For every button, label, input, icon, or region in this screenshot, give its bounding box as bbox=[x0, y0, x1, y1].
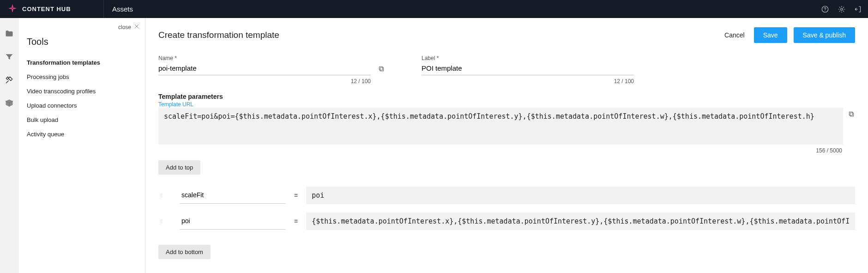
name-input[interactable] bbox=[158, 62, 371, 75]
logout-icon[interactable] bbox=[854, 5, 862, 13]
sidebar-item-upload-connectors[interactable]: Upload connectors bbox=[27, 98, 137, 113]
param-value-input-1[interactable] bbox=[306, 212, 855, 230]
name-field: Name * 12 / 100 bbox=[158, 55, 408, 85]
main-header: Create transformation template Cancel Sa… bbox=[158, 27, 855, 43]
close-panel-label: close bbox=[118, 24, 131, 30]
template-url-char-count: 156 / 5000 bbox=[158, 147, 855, 154]
param-key-input-1[interactable] bbox=[180, 213, 286, 230]
template-url-row bbox=[158, 108, 855, 145]
svg-rect-7 bbox=[380, 67, 383, 71]
copy-url-icon[interactable] bbox=[848, 110, 855, 119]
svg-marker-1 bbox=[12, 7, 17, 9]
svg-point-11 bbox=[160, 194, 161, 194]
svg-point-20 bbox=[162, 220, 162, 220]
main-content: Create transformation template Cancel Sa… bbox=[145, 18, 868, 273]
logo-icon bbox=[7, 3, 18, 15]
side-panel-title: Tools bbox=[27, 36, 137, 47]
drag-handle-icon[interactable] bbox=[158, 218, 165, 225]
svg-point-14 bbox=[162, 194, 162, 194]
drag-handle-icon[interactable] bbox=[158, 192, 165, 199]
svg-rect-8 bbox=[379, 67, 382, 70]
breadcrumb[interactable]: Assets bbox=[104, 0, 133, 18]
copy-name-icon[interactable] bbox=[378, 65, 385, 74]
svg-point-15 bbox=[162, 195, 162, 195]
filter-icon[interactable] bbox=[5, 52, 14, 61]
param-key-input-0[interactable] bbox=[180, 188, 286, 204]
svg-point-12 bbox=[160, 195, 161, 195]
svg-point-5 bbox=[825, 11, 825, 11]
label-char-count: 12 / 100 bbox=[422, 78, 634, 85]
page-title: Create transformation template bbox=[158, 30, 279, 40]
name-label-row: Name * 12 / 100 Label * 12 / 100 bbox=[158, 55, 855, 85]
label-input[interactable] bbox=[422, 62, 634, 75]
icon-rail bbox=[0, 18, 18, 273]
cancel-button[interactable]: Cancel bbox=[722, 28, 747, 42]
folder-icon[interactable] bbox=[5, 29, 14, 38]
label-field-label: Label * bbox=[422, 55, 671, 61]
topbar: CONTENT HUB Assets bbox=[0, 0, 868, 18]
name-char-count: 12 / 100 bbox=[158, 78, 371, 85]
svg-rect-9 bbox=[850, 113, 853, 116]
param-value-input-0[interactable] bbox=[306, 187, 855, 204]
svg-point-19 bbox=[160, 222, 161, 223]
svg-point-18 bbox=[160, 221, 161, 221]
sidebar-item-video-transcoding[interactable]: Video transcoding profiles bbox=[27, 84, 137, 98]
logo-text: CONTENT HUB bbox=[22, 6, 71, 12]
svg-point-13 bbox=[160, 196, 161, 197]
logo[interactable]: CONTENT HUB bbox=[0, 0, 104, 18]
svg-marker-2 bbox=[12, 8, 13, 12]
svg-marker-3 bbox=[8, 7, 12, 9]
sidebar-item-bulk-upload[interactable]: Bulk upload bbox=[27, 113, 137, 127]
template-url-label: Template URL bbox=[158, 101, 855, 108]
equals-sign: = bbox=[294, 218, 298, 225]
sidebar-item-activity-queue[interactable]: Activity queue bbox=[27, 127, 137, 141]
save-publish-button[interactable]: Save & publish bbox=[794, 27, 855, 43]
svg-point-22 bbox=[162, 222, 162, 223]
close-icon bbox=[134, 24, 139, 30]
help-icon[interactable] bbox=[821, 5, 829, 13]
settings-icon[interactable] bbox=[838, 5, 846, 13]
equals-sign: = bbox=[294, 192, 298, 199]
svg-point-16 bbox=[162, 196, 162, 197]
sidebar-item-processing-jobs[interactable]: Processing jobs bbox=[27, 70, 137, 84]
param-row-0: = bbox=[158, 187, 855, 204]
main-actions: Cancel Save Save & publish bbox=[722, 27, 855, 43]
package-icon[interactable] bbox=[5, 98, 14, 108]
tools-icon[interactable] bbox=[5, 75, 14, 85]
breadcrumb-label: Assets bbox=[112, 5, 133, 13]
svg-marker-0 bbox=[12, 4, 13, 8]
svg-rect-10 bbox=[849, 112, 852, 115]
name-field-label: Name * bbox=[158, 55, 408, 61]
template-url-input[interactable] bbox=[158, 108, 843, 145]
add-to-top-button[interactable]: Add to top bbox=[158, 160, 200, 175]
svg-point-6 bbox=[841, 8, 843, 10]
sidebar-item-transformation-templates[interactable]: Transformation templates bbox=[27, 55, 137, 70]
side-panel: close Tools Transformation templates Pro… bbox=[18, 18, 145, 273]
side-nav: Transformation templates Processing jobs… bbox=[27, 55, 137, 141]
topbar-actions bbox=[821, 5, 862, 13]
add-to-bottom-button[interactable]: Add to bottom bbox=[158, 245, 211, 259]
svg-point-17 bbox=[160, 220, 161, 220]
save-button[interactable]: Save bbox=[754, 27, 787, 43]
param-row-1: = bbox=[158, 212, 855, 230]
close-panel-button[interactable]: close bbox=[118, 24, 139, 30]
label-field: Label * 12 / 100 bbox=[422, 55, 671, 85]
svg-point-21 bbox=[162, 221, 162, 221]
template-parameters-header: Template parameters bbox=[158, 93, 855, 100]
